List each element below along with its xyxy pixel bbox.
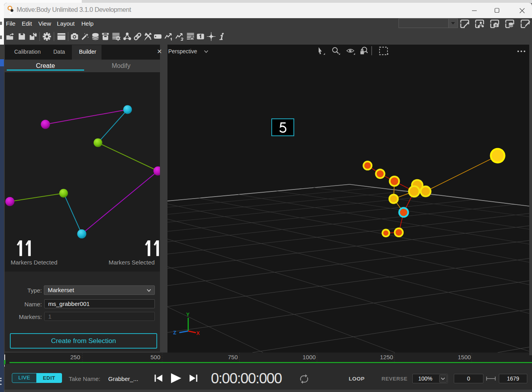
svg-text:Y: Y [186, 311, 190, 317]
svg-text:X: X [196, 330, 200, 336]
svg-text:Z: Z [173, 330, 176, 336]
